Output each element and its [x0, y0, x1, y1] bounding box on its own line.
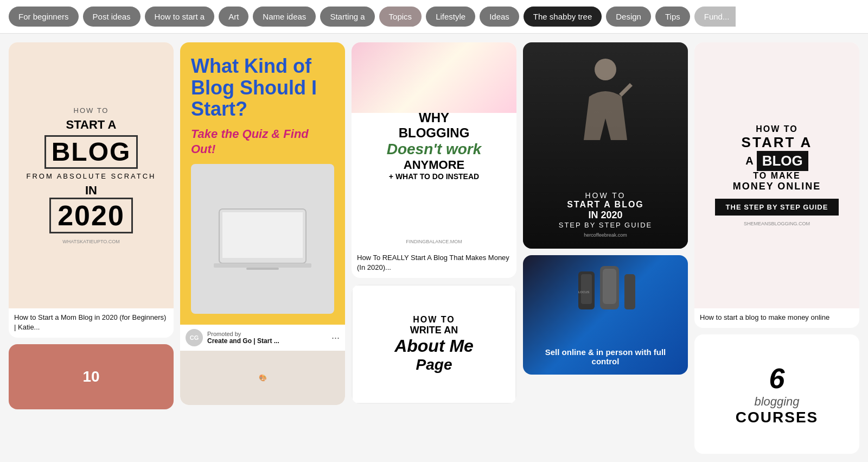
card2-subtitle: Take the Quiz & Find Out! [191, 126, 334, 157]
tag-how-to-start[interactable]: How to start a [145, 7, 215, 27]
svg-rect-9 [624, 274, 635, 309]
svg-rect-3 [246, 268, 279, 270]
tag-starting-a[interactable]: Starting a [320, 7, 374, 27]
svg-point-4 [595, 59, 616, 80]
card4-year: IN 2020 [559, 210, 653, 221]
pin-card-4-image: HOW TO START A BLOG IN 2020 STEP BY STEP… [523, 42, 688, 249]
tag-bar: For beginners Post ideas How to start a … [0, 0, 868, 34]
pin-card-7-image: HOW TO WRITE AN About Me Page [352, 284, 516, 404]
card4-guide: STEP BY STEP GUIDE [559, 221, 653, 229]
card5-how-to: HOW TO [756, 124, 797, 134]
card5-blog-line: A BLOG [745, 151, 808, 171]
card5-step-guide: THE STEP BY STEP GUIDE [715, 199, 839, 216]
card3-doesnt-work: Doesn't work [387, 141, 482, 158]
pin-card-9[interactable]: 6 blogging COURSES [694, 334, 859, 454]
tag-ideas[interactable]: Ideas [480, 7, 519, 27]
svg-text:LOCUS: LOCUS [578, 290, 590, 294]
card7-about-me: About Me [394, 336, 474, 356]
card5-money-online: MONEY ONLINE [733, 181, 821, 192]
pin-card-2-promo: CG Promoted by Create and Go | Start ...… [180, 325, 345, 351]
tag-for-beginners[interactable]: For beginners [9, 7, 79, 27]
pin-card-5-image: HOW TO START A A BLOG TO MAKE MONEY ONLI… [694, 42, 859, 308]
card8-mockup: LOCUS [523, 261, 688, 315]
card1-line5: IN [85, 183, 97, 198]
card3-blogging: BLOGGING [399, 125, 470, 141]
card3-plus: + WHAT TO DO INSTEAD [389, 172, 479, 181]
tag-design[interactable]: Design [606, 7, 651, 27]
card3-watermark: FINDINGBALANCE.MOM [406, 239, 462, 244]
svg-rect-8 [603, 269, 616, 304]
card1-line7: 2020 [49, 198, 133, 233]
card5-blog-box: BLOG [757, 151, 808, 171]
svg-rect-6 [581, 274, 592, 304]
pin-card-3-image: WHY BLOGGING Doesn't work ANYMORE + WHAT… [352, 42, 516, 249]
promo-menu-dots[interactable]: ··· [331, 332, 340, 344]
card1-line2: START A [66, 118, 117, 132]
pin-card-6-image: 10 [9, 344, 174, 409]
svg-rect-1 [222, 212, 303, 258]
promo-name: Create and Go | Start ... [207, 337, 327, 345]
pin-card-5[interactable]: HOW TO START A A BLOG TO MAKE MONEY ONLI… [694, 42, 859, 328]
card9-six: 6 [769, 362, 785, 395]
pin-card-8[interactable]: LOCUS Sell online & in person with full … [523, 255, 688, 375]
pin-card-2[interactable]: What Kind of Blog Should I Start? Take t… [180, 42, 345, 405]
promo-promoted-label: Promoted by [207, 331, 327, 337]
tag-tips[interactable]: Tips [655, 7, 690, 27]
tag-shabby-tree[interactable]: The shabby tree [524, 7, 602, 27]
card2-bottom-partial: 🎨 [180, 351, 345, 405]
svg-rect-2 [214, 263, 311, 268]
pin-card-2-image: What Kind of Blog Should I Start? Take t… [180, 42, 345, 325]
card8-sell-text: Sell online & in person with full contro… [532, 347, 679, 366]
card1-line4: FROM ABSOLUTE SCRATCH [26, 172, 156, 180]
card9-courses: COURSES [736, 409, 818, 426]
card1-watermark: WHATSKATIEUPTO.COM [62, 239, 120, 244]
card6-number: 10 [82, 368, 99, 385]
card4-how-to: HOW TO [559, 191, 653, 200]
promo-avatar: CG [186, 329, 203, 346]
card3-why: WHY [419, 110, 449, 125]
pin-card-6[interactable]: 10 [9, 344, 174, 409]
pin-card-9-image: 6 blogging COURSES [694, 334, 859, 454]
tag-fund[interactable]: Fund... [694, 7, 736, 27]
card4-watermark: hercoffeebreak.com [559, 232, 653, 238]
card2-title: What Kind of Blog Should I Start? [191, 55, 334, 120]
card1-line3: BLOG [44, 135, 138, 169]
card5-watermark: SHEMEANSBLOGGING.COM [744, 221, 810, 226]
pin-card-1-image: HOW TO START A BLOG FROM ABSOLUTE SCRATC… [9, 42, 174, 308]
card7-how-to: HOW TO [413, 315, 455, 325]
pin-card-4[interactable]: HOW TO START A BLOG IN 2020 STEP BY STEP… [523, 42, 688, 249]
card9-blogging: blogging [754, 395, 799, 409]
card2-laptop [191, 164, 334, 314]
card5-to-make: TO MAKE [753, 171, 800, 181]
pin-card-1[interactable]: HOW TO START A BLOG FROM ABSOLUTE SCRATC… [9, 42, 174, 338]
card1-line1: HOW TO [74, 106, 109, 115]
pin-card-8-image: LOCUS Sell online & in person with full … [523, 255, 688, 375]
pin-card-3[interactable]: WHY BLOGGING Doesn't work ANYMORE + WHAT… [352, 42, 516, 278]
pin-card-7[interactable]: HOW TO WRITE AN About Me Page [352, 284, 516, 404]
tag-lifestyle[interactable]: Lifestyle [426, 7, 475, 27]
card4-start-blog: START A BLOG [559, 200, 653, 210]
card4-text: HOW TO START A BLOG IN 2020 STEP BY STEP… [559, 191, 653, 238]
tag-post-ideas[interactable]: Post ideas [83, 7, 141, 27]
tag-art[interactable]: Art [219, 7, 248, 27]
tag-name-ideas[interactable]: Name ideas [253, 7, 316, 27]
pin-card-1-title: How to Start a Mom Blog in 2020 (for Beg… [9, 308, 174, 338]
card7-write: WRITE AN [410, 325, 458, 336]
pin-grid: HOW TO START A BLOG FROM ABSOLUTE SCRATC… [0, 34, 868, 462]
tag-topics[interactable]: Topics [379, 7, 422, 27]
pin-card-3-title: How To REALLY Start A Blog That Makes Mo… [352, 249, 516, 278]
card7-page: Page [416, 356, 452, 374]
pin-card-5-title: How to start a blog to make money online [694, 308, 859, 328]
card3-anymore: ANYMORE [404, 158, 464, 172]
card5-start: START A [742, 134, 813, 151]
promo-info: Promoted by Create and Go | Start ... [207, 331, 327, 345]
